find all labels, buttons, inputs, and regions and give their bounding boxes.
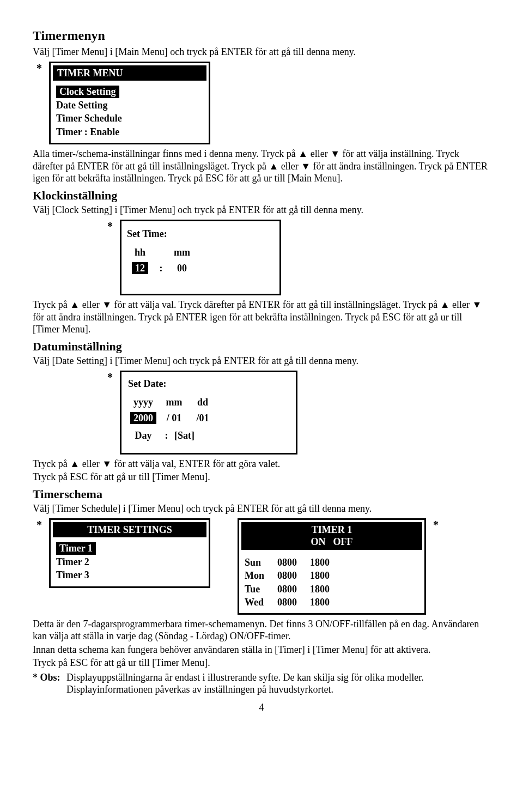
body-text: Alla timer-/schema-inställningar finns m…: [33, 148, 490, 185]
body-text: Tryck på ESC för att gå ur till [Timer M…: [33, 657, 490, 669]
section-heading-date: Datuminställning: [33, 339, 490, 354]
page-number: 4: [33, 701, 490, 714]
dd-label: dd: [190, 396, 216, 409]
timer1-col-off: OFF: [333, 536, 353, 548]
timer1-col-on: ON: [311, 536, 326, 548]
timer-settings-title: TIMER SETTINGS: [53, 522, 206, 538]
timer-menu-title: TIMER MENU: [53, 65, 206, 81]
note-star: *: [104, 371, 117, 384]
timer-menu-item: Timer : Enable: [56, 125, 203, 139]
timer1-off: 1800: [310, 596, 343, 609]
body-text: Tryck på ESC för att gå ur till [Timer M…: [33, 471, 490, 483]
note-star: *: [429, 518, 442, 531]
timer1-title: TIMER 1: [246, 524, 418, 536]
section-heading-schedule: Timerschema: [33, 487, 490, 502]
day-label: Day: [128, 429, 159, 442]
hh-value: 12: [132, 262, 148, 275]
mm-value: / 01: [161, 412, 187, 425]
intro-text: Välj [Timer Menu] i [Main Menu] och tryc…: [33, 46, 490, 58]
timer1-on: 0800: [277, 596, 310, 609]
set-time-title: Set Time:: [127, 228, 274, 240]
section-heading-clock: Klockinställning: [33, 188, 490, 203]
time-sep: :: [156, 262, 167, 275]
timer-menu-item: Clock Setting: [56, 86, 119, 98]
body-text: Välj [Date Setting] i [Timer Menu] och t…: [33, 355, 490, 367]
timer1-off: 1800: [310, 583, 343, 596]
timer-menu-item: Timer Schedule: [56, 112, 203, 125]
timer1-day: Wed: [245, 596, 277, 609]
timer1-off: 1800: [310, 569, 343, 582]
hh-label: hh: [127, 246, 153, 259]
yyyy-value: 2000: [130, 412, 156, 425]
timer-menu-panel: TIMER MENU Clock Setting Date Setting Ti…: [49, 62, 210, 145]
body-text: Innan detta schema kan fungera behöver a…: [33, 644, 490, 656]
body-text: Välj [Clock Setting] i [Timer Menu] och …: [33, 204, 490, 216]
body-text: Detta är den 7-dagarsprogrammerbara time…: [33, 618, 490, 643]
obs-label: * Obs:: [33, 671, 66, 696]
timer1-day: Mon: [245, 569, 277, 582]
timer1-day: Tue: [245, 583, 277, 596]
day-sep: :: [161, 429, 172, 442]
timer1-row: Tue 0800 1800: [245, 583, 419, 596]
mm-label: mm: [169, 246, 195, 259]
obs-text: Displayuppställningarna är endast i illu…: [66, 671, 490, 696]
timer1-off: 1800: [310, 556, 343, 569]
timer1-panel: TIMER 1 ON OFF Sun 0800 1800 Mon 0800 18…: [238, 518, 426, 615]
timer-settings-item: Timer 1: [56, 542, 96, 555]
dd-value: /01: [190, 412, 216, 425]
body-text: Tryck på ▲ eller ▼ för att välja val, EN…: [33, 458, 490, 470]
body-text: Tryck på ▲ eller ▼ för att välja val. Tr…: [33, 299, 490, 336]
note-star: *: [33, 518, 46, 531]
set-date-title: Set Date:: [128, 378, 289, 390]
timer1-on: 0800: [277, 569, 310, 582]
body-text: Välj [Timer Schedule] i [Timer Menu] och…: [33, 502, 490, 515]
timer-settings-item: Timer 2: [56, 555, 203, 569]
yyyy-label: yyyy: [128, 396, 159, 409]
mm-value: 00: [169, 262, 195, 275]
note-star: *: [104, 220, 117, 233]
note-star: *: [33, 62, 46, 75]
set-date-panel: Set Date: yyyy mm dd 2000 / 01 /01 Day :…: [120, 371, 297, 455]
day-value: [Sat]: [174, 429, 200, 442]
timer1-on: 0800: [277, 583, 310, 596]
mm-label: mm: [161, 396, 187, 409]
timer-settings-panel: TIMER SETTINGS Timer 1 Timer 2 Timer 3: [49, 518, 210, 588]
timer1-on: 0800: [277, 556, 310, 569]
timer1-row: Mon 0800 1800: [245, 569, 419, 582]
timer1-row: Sun 0800 1800: [245, 556, 419, 569]
timer-menu-item: Date Setting: [56, 99, 203, 112]
timer-settings-item: Timer 3: [56, 568, 203, 582]
timer1-day: Sun: [245, 556, 277, 569]
set-time-panel: Set Time: hh mm 12 : 00: [120, 220, 281, 296]
page-title: Timermenyn: [33, 27, 490, 44]
timer1-row: Wed 0800 1800: [245, 596, 419, 609]
